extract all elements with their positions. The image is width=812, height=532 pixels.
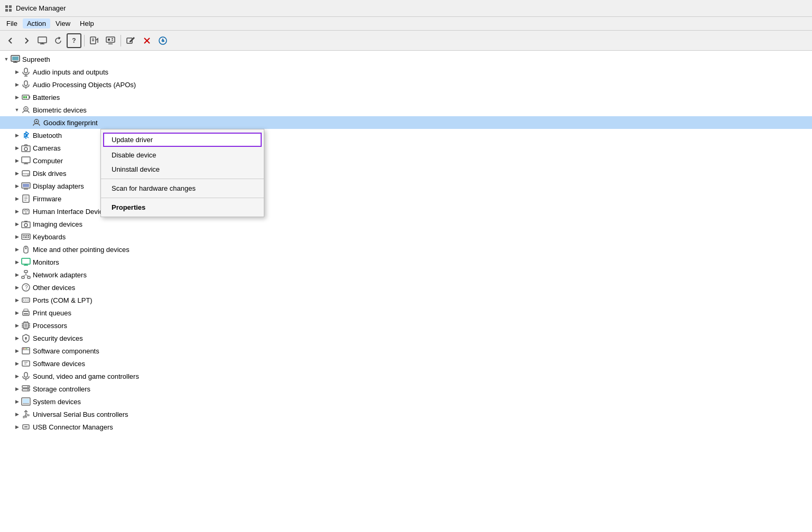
tree-item-usb-connector[interactable]: ▶ USB Connector Managers [0,421,812,433]
display-adapters-expander[interactable]: ▶ [13,182,21,190]
tree-item-security[interactable]: ▶ Security devices [0,332,812,344]
other-devices-expander[interactable]: ▶ [13,283,21,292]
scan-changes-button[interactable] [155,33,170,48]
tree-item-system-devices[interactable]: ▶ System devices [0,395,812,408]
ctx-uninstall-device[interactable]: Uninstall device [101,162,264,176]
ctx-scan-hardware[interactable]: Scan for hardware changes [101,181,264,195]
ctx-properties[interactable]: Properties [101,200,264,214]
back-button[interactable] [3,33,18,48]
computer-icon [11,54,20,64]
tree-item-keyboards[interactable]: ▶ Keyboards [0,230,812,243]
monitor-toolbar-button[interactable] [103,33,118,48]
tree-item-audio-inputs[interactable]: ▶ Audio inputs and outputs [0,66,812,78]
ctx-disable-device[interactable]: Disable device [101,148,264,162]
print-queues-label: Print queues [33,309,71,317]
tree-item-network[interactable]: ▶ Network adapters [0,268,812,281]
print-queues-expander[interactable]: ▶ [13,309,21,317]
cameras-icon [21,143,31,153]
security-label: Security devices [33,334,83,342]
forward-button[interactable] [19,33,34,48]
tree-item-imaging[interactable]: ▶ Imaging devices [0,218,812,230]
tree-item-monitors[interactable]: ▶ Monitors [0,256,812,268]
bluetooth-expander[interactable]: ▶ [13,131,21,139]
tree-item-processors[interactable]: ▶ Processors [0,319,812,332]
computer-expander[interactable]: ▶ [13,156,21,165]
human-interface-expander[interactable]: ▶ [13,207,21,216]
tree-item-software-components[interactable]: ▶ Software components [0,344,812,357]
tree-item-usb-controllers[interactable]: ▶ Universal Serial Bus controllers [0,408,812,421]
tree-item-other-devices[interactable]: ▶ ? Other devices [0,281,812,294]
security-expander[interactable]: ▶ [13,334,21,342]
svg-point-115 [27,386,29,387]
software-components-expander[interactable]: ▶ [13,347,21,355]
storage-expander[interactable]: ▶ [13,385,21,393]
disk-drives-icon [21,169,31,178]
tree-root[interactable]: ▼ Supreeth [0,53,812,66]
properties-button[interactable]: ? [67,33,81,48]
svg-point-101 [25,337,27,339]
system-devices-expander[interactable]: ▶ [13,397,21,406]
svg-rect-31 [23,96,25,98]
monitors-expander[interactable]: ▶ [13,258,21,266]
keyboards-expander[interactable]: ▶ [13,232,21,241]
goodix-expander[interactable]: ▶ [23,118,32,127]
bluetooth-icon [21,130,31,140]
tree-item-batteries[interactable]: ▶ Batteries [0,91,812,104]
disk-drives-expander[interactable]: ▶ [13,169,21,178]
firmware-expander[interactable]: ▶ [13,194,21,203]
usb-controllers-icon [21,409,31,419]
menu-view[interactable]: View [51,18,75,29]
menu-action[interactable]: Action [23,18,50,29]
tree-item-software-devices[interactable]: ▶ Software devices [0,357,812,370]
svg-rect-2 [5,9,8,12]
usb-controllers-expander[interactable]: ▶ [13,410,21,418]
menu-help[interactable]: Help [76,18,98,29]
cameras-expander[interactable]: ▶ [13,144,21,152]
batteries-expander[interactable]: ▶ [13,93,21,101]
processors-expander[interactable]: ▶ [13,321,21,330]
tree-item-biometric[interactable]: ▼ Biometric devices [0,104,812,116]
goodix-label: Goodix fingerprint [43,119,98,127]
svg-rect-123 [27,415,29,416]
imaging-expander[interactable]: ▶ [13,220,21,228]
tree-item-mice[interactable]: ▶ Mice and other pointing devices [0,243,812,256]
tree-item-goodix[interactable]: ▶ Goodix fingerprint [0,116,812,129]
software-devices-expander[interactable]: ▶ [13,359,21,368]
menu-file[interactable]: File [2,18,22,29]
network-expander[interactable]: ▶ [13,270,21,279]
keyboards-icon [21,232,31,241]
tree-item-sound-video[interactable]: ▶ Sound, video and game controllers [0,370,812,382]
audio-inputs-icon [21,67,31,77]
audio-inputs-expander[interactable]: ▶ [13,68,21,76]
ctx-update-driver[interactable]: Update driver [103,133,262,147]
tree-item-storage[interactable]: ▶ Storage controllers [0,382,812,395]
biometric-expander[interactable]: ▼ [13,106,21,114]
audio-processing-expander[interactable]: ▶ [13,80,21,89]
mice-expander[interactable]: ▶ [13,245,21,254]
svg-rect-64 [23,237,24,238]
remove-device-button[interactable] [140,33,154,48]
ctx-separator-2 [101,198,264,198]
system-devices-label: System devices [33,398,81,406]
sound-video-expander[interactable]: ▶ [13,372,21,380]
print-queues-icon [21,308,31,318]
update-driver-toolbar-button[interactable] [87,33,102,48]
add-hardware-button[interactable] [124,33,139,48]
tree-item-audio-processing[interactable]: ▶ Audio Processing Objects (APOs) [0,78,812,91]
device-tree: ▼ Supreeth ▶ Audio inputs and outputs [0,51,812,532]
storage-label: Storage controllers [33,385,90,393]
usb-connector-expander[interactable]: ▶ [13,423,21,431]
tree-item-ports[interactable]: ▶ Ports (COM & LPT) [0,294,812,306]
svg-rect-124 [23,416,24,418]
root-expander[interactable]: ▼ [2,55,11,63]
svg-text:?: ? [25,285,28,291]
human-interface-icon [21,207,31,216]
computer-button[interactable] [35,33,50,48]
ports-expander[interactable]: ▶ [13,296,21,304]
display-adapters-icon [21,181,31,191]
tree-item-print-queues[interactable]: ▶ Print queues [0,306,812,319]
svg-rect-72 [24,270,27,273]
mice-label: Mice and other pointing devices [33,246,130,254]
svg-point-116 [27,389,29,390]
refresh-button[interactable] [51,33,66,48]
